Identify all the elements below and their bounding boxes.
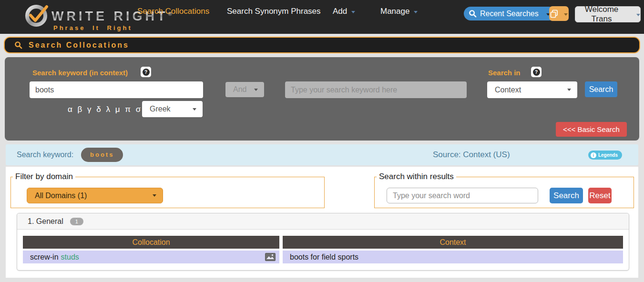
operator-value: And <box>233 85 246 94</box>
filter-by-domain-legend: Filter by domain <box>13 172 75 181</box>
info-icon: i <box>591 152 596 158</box>
within-search-button[interactable]: Search <box>550 188 583 203</box>
copy-pages-icon <box>550 10 558 18</box>
greek-letters[interactable]: α β γ δ λ μ π σ ω <box>68 105 153 114</box>
chevron-down-icon <box>351 11 355 13</box>
chevron-down-icon <box>564 13 568 16</box>
search-within-results-legend: Search within results <box>377 172 456 181</box>
nav-manage-label: Manage <box>380 7 409 16</box>
image-icon[interactable] <box>265 253 276 261</box>
table-header-row: Collocation Context <box>23 236 623 249</box>
search-icon <box>469 10 477 18</box>
table-row: screw-in studs boots for field sports <box>23 251 623 263</box>
within-reset-button[interactable]: Reset <box>588 188 612 203</box>
page-title-bar: Search Collocations <box>4 37 640 53</box>
chevron-down-icon <box>414 11 418 13</box>
column-header-collocation: Collocation <box>23 236 279 249</box>
question-icon: ? <box>143 69 150 76</box>
search-keyword-label: Search keyword: <box>17 144 73 165</box>
chevron-down-icon <box>254 89 258 91</box>
chevron-down-icon <box>193 108 196 111</box>
operator-select: And <box>225 82 264 97</box>
keyword-input[interactable] <box>30 81 203 98</box>
collocation-cell[interactable]: screw-in studs <box>23 251 279 263</box>
search-within-results-fieldset: Search within results Search Reset <box>374 177 634 208</box>
welcome-label: Welcome Trans <box>575 5 628 24</box>
nav-add-label: Add <box>333 7 347 16</box>
results-section: Filter by domain All Domains (1) Search … <box>6 167 638 278</box>
filter-by-domain-fieldset: Filter by domain All Domains (1) <box>10 177 325 208</box>
search-in-label: Search in <box>488 69 521 77</box>
page-title: Search Collocations <box>29 41 129 50</box>
recent-searches-button[interactable]: Recent Searches <box>464 7 556 20</box>
legends-button[interactable]: i Legends <box>588 151 622 160</box>
result-summary-bar: Search keyword: boots Source: Context (U… <box>6 144 638 165</box>
second-keyword-input <box>285 81 467 98</box>
group-count-badge: 1 <box>70 218 83 225</box>
search-button[interactable]: Search <box>585 81 617 97</box>
search-in-value: Context <box>495 86 521 94</box>
basic-search-button[interactable]: <<< Basic Search <box>556 122 627 137</box>
domain-select-value: All Domains (1) <box>35 191 87 200</box>
search-icon <box>14 41 22 49</box>
collocation-text: screw-in <box>30 253 59 262</box>
context-text: boots for field sports <box>290 253 358 262</box>
keyword-label: Search keyword (in context) <box>32 69 128 77</box>
group-header-general[interactable]: 1. General 1 <box>17 213 629 230</box>
legends-label: Legends <box>598 152 618 158</box>
nav-manage-menu[interactable]: Manage <box>380 7 418 16</box>
question-icon: ? <box>533 69 540 76</box>
collocations-table: Collocation Context screw-in studs <box>23 236 623 263</box>
source-text: Source: Context (US) <box>433 144 510 165</box>
chevron-down-icon <box>567 89 571 91</box>
nav-search-synonym-phrases[interactable]: Search Synonym Phrases <box>227 7 321 16</box>
logo-checkmark-icon <box>25 3 50 30</box>
search-in-select[interactable]: Context <box>487 81 577 98</box>
greek-select[interactable]: Greek <box>142 101 203 117</box>
clipboard-button[interactable] <box>549 6 569 21</box>
nav-search-collocations[interactable]: Search Collocations <box>137 7 209 16</box>
column-header-context: Context <box>283 236 623 249</box>
collocation-keyword: studs <box>61 253 79 262</box>
chevron-down-icon <box>636 14 640 16</box>
keyword-badge: boots <box>81 148 123 162</box>
search-within-input[interactable] <box>387 188 538 203</box>
recent-searches-label: Recent Searches <box>480 10 539 18</box>
top-navbar: WRITE RIGHT® Phrase It Right Search Coll… <box>0 0 644 34</box>
domain-select[interactable]: All Domains (1) <box>27 188 163 203</box>
nav-add-menu[interactable]: Add <box>333 7 355 16</box>
advanced-search-panel: Search keyword (in context) ? And Search… <box>5 57 639 141</box>
results-group-panel: 1. General 1 Collocation Context screw-i… <box>17 213 629 271</box>
group-title: 1. General <box>28 217 63 226</box>
welcome-menu-button[interactable]: Welcome Trans <box>575 6 641 22</box>
keyword-help-button[interactable]: ? <box>141 67 151 77</box>
page: WRITE RIGHT® Phrase It Right Search Coll… <box>0 0 644 282</box>
context-cell[interactable]: boots for field sports <box>283 251 623 263</box>
chevron-down-icon <box>153 194 156 197</box>
logo-tagline: Phrase It Right <box>53 24 172 31</box>
greek-select-value: Greek <box>150 105 171 113</box>
search-in-help-button[interactable]: ? <box>531 67 542 77</box>
